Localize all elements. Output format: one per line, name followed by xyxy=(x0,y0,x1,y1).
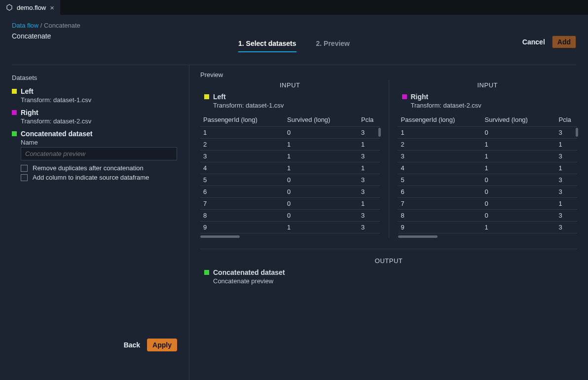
col-header[interactable]: Pcla xyxy=(556,113,578,127)
table-cell: 2 xyxy=(200,139,284,151)
table-row[interactable]: 313 xyxy=(398,151,578,162)
right-swatch-icon xyxy=(402,94,407,99)
table-cell: 3 xyxy=(398,151,482,162)
table-cell: 3 xyxy=(358,222,380,233)
table-cell: 3 xyxy=(200,151,284,162)
table-cell: 0 xyxy=(284,198,358,210)
col-header[interactable]: PassengerId (long) xyxy=(398,113,482,127)
app-window: demo.flow × Data flow / Concatenate Conc… xyxy=(0,0,588,380)
table-row[interactable]: 503 xyxy=(398,174,578,186)
apply-button[interactable]: Apply xyxy=(147,339,177,351)
table-cell: 1 xyxy=(200,127,284,139)
vertical-scrollbar[interactable] xyxy=(378,128,381,137)
concat-swatch-icon xyxy=(12,131,17,136)
preview-heading: Preview xyxy=(200,71,577,78)
table-row[interactable]: 411 xyxy=(398,162,578,174)
table-cell: 0 xyxy=(482,174,556,186)
file-tab[interactable]: demo.flow × xyxy=(0,0,61,15)
table-cell: 6 xyxy=(398,186,482,198)
table-cell: 3 xyxy=(358,186,380,198)
table-cell: 8 xyxy=(200,210,284,222)
col-header[interactable]: Survived (long) xyxy=(482,113,556,127)
table-cell: 9 xyxy=(200,222,284,233)
table-cell: 4 xyxy=(200,162,284,174)
left-table: PassengerId (long) Survived (long) Pcla … xyxy=(200,113,380,233)
right-table: PassengerId (long) Survived (long) Pcla … xyxy=(398,113,578,233)
col-header[interactable]: Survived (long) xyxy=(284,113,358,127)
add-source-column-checkbox[interactable] xyxy=(21,174,28,181)
table-cell: 1 xyxy=(284,222,358,233)
input-pane-left: INPUT Left Transform: dataset-1.csv Pass… xyxy=(200,79,389,238)
add-button[interactable]: Add xyxy=(552,36,576,48)
table-row[interactable]: 411 xyxy=(200,162,380,174)
breadcrumb: Data flow / Concatenate xyxy=(12,22,576,29)
table-cell: 3 xyxy=(556,174,578,186)
remove-duplicates-label: Remove duplicates after concatenation xyxy=(33,164,144,172)
step-preview[interactable]: 2. Preview xyxy=(316,39,350,52)
table-row[interactable]: 913 xyxy=(200,222,380,233)
dataset-left-label: Left xyxy=(21,87,34,95)
table-row[interactable]: 103 xyxy=(398,127,578,139)
left-swatch-icon xyxy=(204,94,209,99)
table-row[interactable]: 603 xyxy=(398,186,578,198)
table-cell: 0 xyxy=(482,210,556,222)
table-cell: 1 xyxy=(358,139,380,151)
left-swatch-icon xyxy=(12,89,17,94)
horizontal-scrollbar[interactable] xyxy=(200,235,240,238)
table-cell: 3 xyxy=(556,151,578,162)
table-cell: 5 xyxy=(200,174,284,186)
col-header[interactable]: Pcla xyxy=(358,113,380,127)
remove-duplicates-checkbox[interactable] xyxy=(21,165,28,172)
input-right-sub: Transform: dataset-2.csv xyxy=(398,102,578,109)
table-cell: 3 xyxy=(358,174,380,186)
table-row[interactable]: 503 xyxy=(200,174,380,186)
table-cell: 1 xyxy=(398,127,482,139)
body: Datasets Left Transform: dataset-1.csv R… xyxy=(0,65,588,380)
table-row[interactable]: 211 xyxy=(398,139,578,151)
table-cell: 5 xyxy=(398,174,482,186)
name-input[interactable] xyxy=(21,147,177,160)
preview-panel: Preview INPUT Left Transform: dataset-1.… xyxy=(189,65,588,380)
breadcrumb-root[interactable]: Data flow xyxy=(12,22,38,29)
back-button[interactable]: Back xyxy=(124,339,140,351)
horizontal-scrollbar[interactable] xyxy=(398,235,438,238)
table-row[interactable]: 103 xyxy=(200,127,380,139)
output-heading: OUTPUT xyxy=(200,257,577,265)
file-tab-title: demo.flow xyxy=(17,4,46,11)
vertical-scrollbar[interactable] xyxy=(576,128,578,137)
step-tabs: 1. Select datasets 2. Preview xyxy=(0,39,588,52)
table-cell: 3 xyxy=(556,127,578,139)
table-row[interactable]: 701 xyxy=(398,198,578,210)
table-cell: 3 xyxy=(358,151,380,162)
table-cell: 1 xyxy=(556,162,578,174)
page-title: Concatenate xyxy=(12,32,576,40)
table-cell: 4 xyxy=(398,162,482,174)
table-row[interactable]: 803 xyxy=(200,210,380,222)
breadcrumb-sep: / xyxy=(40,22,44,29)
dataset-concat: Concatenated dataset Name Remove duplica… xyxy=(12,130,177,183)
table-cell: 7 xyxy=(200,198,284,210)
cancel-button[interactable]: Cancel xyxy=(522,38,545,46)
step-select-datasets[interactable]: 1. Select datasets xyxy=(238,39,296,52)
datasets-heading: Datasets xyxy=(12,74,177,81)
table-cell: 1 xyxy=(284,139,358,151)
table-row[interactable]: 701 xyxy=(200,198,380,210)
input-heading-left: INPUT xyxy=(200,81,380,89)
dataset-left-sub: Transform: dataset-1.csv xyxy=(12,96,177,104)
sidebar: Datasets Left Transform: dataset-1.csv R… xyxy=(0,65,189,380)
table-cell: 1 xyxy=(358,162,380,174)
table-row[interactable]: 913 xyxy=(398,222,578,233)
table-cell: 0 xyxy=(482,127,556,139)
table-row[interactable]: 603 xyxy=(200,186,380,198)
close-icon[interactable]: × xyxy=(50,3,54,12)
header-actions: Cancel Add xyxy=(522,36,576,48)
input-right-title: Right xyxy=(411,93,429,101)
add-source-column-label: Add column to indicate source dataframe xyxy=(33,174,149,181)
dataset-right: Right Transform: dataset-2.csv xyxy=(12,109,177,125)
input-left-title: Left xyxy=(213,93,226,101)
table-row[interactable]: 803 xyxy=(398,210,578,222)
input-pane-right: INPUT Right Transform: dataset-2.csv Pas… xyxy=(389,79,578,238)
table-row[interactable]: 313 xyxy=(200,151,380,162)
table-row[interactable]: 211 xyxy=(200,139,380,151)
col-header[interactable]: PassengerId (long) xyxy=(200,113,284,127)
